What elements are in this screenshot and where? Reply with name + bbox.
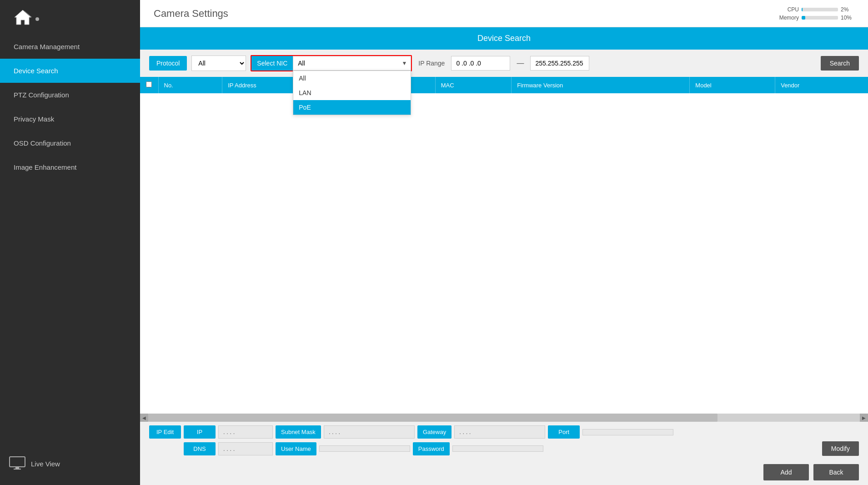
nic-option-lan[interactable]: LAN <box>293 86 411 100</box>
username-value <box>319 445 410 452</box>
username-label: User Name <box>276 442 316 455</box>
svg-marker-0 <box>15 10 31 25</box>
page-title: Camera Settings <box>154 8 228 20</box>
memory-stat: Memory 10% <box>776 15 854 21</box>
bottom-row-2: DNS . . . . User Name Password Modify <box>149 441 859 456</box>
sidebar-item-privacy-mask[interactable]: Privacy Mask <box>0 107 140 131</box>
nic-dropdown-arrow-icon: ▼ <box>401 60 407 66</box>
scroll-left-arrow[interactable]: ◀ <box>140 414 148 422</box>
sidebar: Camera Management Device Search PTZ Conf… <box>0 0 140 485</box>
scroll-track[interactable] <box>148 414 860 422</box>
horizontal-scrollbar[interactable]: ◀ ▶ <box>140 414 868 422</box>
ip-value: . . . . <box>218 425 273 439</box>
th-vendor: Vendor <box>775 77 868 93</box>
ip-range-label: IP Range <box>416 60 447 67</box>
subnet-value: . . . . <box>324 425 415 439</box>
sidebar-item-osd-configuration[interactable]: OSD Configuration <box>0 131 140 155</box>
logo-indicator <box>35 17 39 21</box>
device-table-container: No. IP Address IP Edit MAC Firmware Vers… <box>140 77 868 414</box>
nic-select-display[interactable]: All ▼ <box>293 56 411 71</box>
header: Camera Settings CPU 2% Memory 10% <box>140 0 868 27</box>
password-value <box>452 445 543 452</box>
sidebar-item-device-search[interactable]: Device Search <box>0 59 140 83</box>
nic-option-all[interactable]: All <box>293 71 411 86</box>
ip-range-separator: — <box>515 59 526 67</box>
search-button[interactable]: Search <box>821 56 859 71</box>
device-table: No. IP Address IP Edit MAC Firmware Vers… <box>140 77 868 93</box>
select-all-checkbox[interactable] <box>146 81 152 87</box>
port-value <box>582 429 673 435</box>
dns-value: . . . . <box>218 442 273 455</box>
ip-end-input[interactable] <box>530 56 589 71</box>
content-area: Device Search Protocol All Select NIC Al… <box>140 27 868 485</box>
cpu-progress-bar <box>802 8 838 11</box>
nic-label: Select NIC <box>251 56 293 71</box>
nic-select-container: All ▼ All LAN PoE <box>293 56 411 71</box>
memory-progress-fill <box>802 16 805 20</box>
th-model: Model <box>690 77 775 93</box>
home-icon[interactable] <box>14 9 32 25</box>
live-view-label: Live View <box>31 460 60 468</box>
protocol-button[interactable]: Protocol <box>149 56 187 71</box>
protocol-select[interactable]: All <box>191 56 246 71</box>
memory-value: 10% <box>841 15 854 21</box>
svg-rect-2 <box>10 457 25 467</box>
sidebar-item-ptz-configuration[interactable]: PTZ Configuration <box>0 83 140 107</box>
back-button[interactable]: Back <box>813 464 859 480</box>
cpu-label: CPU <box>776 6 799 13</box>
port-label: Port <box>548 425 580 439</box>
modify-button[interactable]: Modify <box>822 441 859 456</box>
scroll-right-arrow[interactable]: ▶ <box>860 414 868 422</box>
nic-wrapper: Select NIC All ▼ All LAN PoE <box>251 55 412 71</box>
th-mac: MAC <box>435 77 512 93</box>
svg-rect-4 <box>14 469 21 470</box>
logo-area <box>0 0 140 35</box>
sidebar-nav: Camera Management Device Search PTZ Conf… <box>0 35 140 447</box>
nic-dropdown-menu: All LAN PoE <box>293 71 411 115</box>
memory-label: Memory <box>776 15 799 21</box>
nic-option-poe[interactable]: PoE <box>293 100 411 115</box>
action-buttons: Add Back <box>140 460 868 485</box>
sidebar-item-camera-management[interactable]: Camera Management <box>0 35 140 59</box>
gateway-label: Gateway <box>417 425 452 439</box>
system-stats: CPU 2% Memory 10% <box>776 6 854 21</box>
cpu-value: 2% <box>841 6 854 13</box>
th-no: No. <box>158 77 222 93</box>
table-header-row: No. IP Address IP Edit MAC Firmware Vers… <box>140 77 868 93</box>
main-content: Camera Settings CPU 2% Memory 10% Device… <box>140 0 868 485</box>
subnet-label: Subnet Mask <box>276 425 321 439</box>
toolbar: Protocol All Select NIC All ▼ All LAN Po… <box>140 50 868 77</box>
scroll-thumb[interactable] <box>148 414 717 422</box>
ip-edit-label[interactable]: IP Edit <box>149 425 181 439</box>
device-search-banner: Device Search <box>140 27 868 50</box>
bottom-panel: IP Edit IP . . . . Subnet Mask . . . . G… <box>140 422 868 460</box>
live-view-section[interactable]: Live View <box>0 447 140 485</box>
gateway-value: . . . . <box>454 425 545 439</box>
cpu-stat: CPU 2% <box>776 6 854 13</box>
sidebar-item-image-enhancement[interactable]: Image Enhancement <box>0 155 140 179</box>
th-checkbox <box>140 77 158 93</box>
memory-progress-bar <box>802 16 838 20</box>
monitor-icon <box>9 456 25 471</box>
bottom-row-1: IP Edit IP . . . . Subnet Mask . . . . G… <box>149 425 859 439</box>
cpu-progress-fill <box>802 8 803 11</box>
add-button[interactable]: Add <box>763 464 809 480</box>
password-label: Password <box>413 442 450 455</box>
ip-start-input[interactable] <box>451 56 510 71</box>
th-firmware-version: Firmware Version <box>512 77 690 93</box>
ip-label: IP <box>184 425 216 439</box>
dns-label: DNS <box>184 442 216 455</box>
